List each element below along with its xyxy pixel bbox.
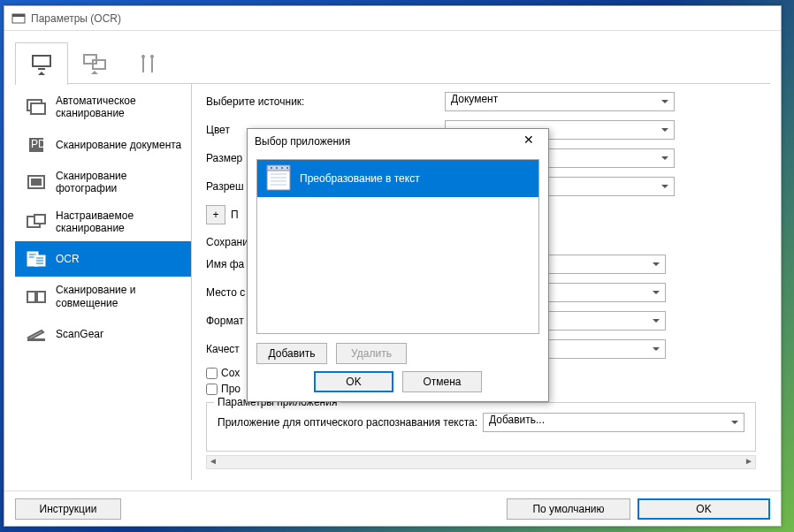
svg-point-33 bbox=[286, 167, 288, 169]
sidebar-item-label: Сканирование и совмещение bbox=[56, 284, 182, 309]
save-checkbox-label: Сох bbox=[221, 367, 240, 379]
select-app-dialog: Выбор приложения ✕ Преобразование в текс… bbox=[247, 128, 549, 402]
app-value: Добавить... bbox=[489, 414, 545, 426]
dialog-action-row: OK Отмена bbox=[248, 368, 548, 401]
delete-button[interactable]: Удалить bbox=[336, 343, 407, 364]
ocr-icon bbox=[24, 248, 49, 270]
sidebar-item-label: Сканирование документа bbox=[56, 139, 181, 151]
defaults-button[interactable]: По умолчанию bbox=[507, 498, 630, 520]
instructions-button[interactable]: Инструкции bbox=[15, 498, 121, 520]
sidebar-item-photo-scan[interactable]: Сканирование фотографии bbox=[15, 163, 191, 202]
svg-rect-11 bbox=[31, 103, 45, 114]
tab-scan-from-device[interactable] bbox=[68, 42, 121, 84]
svg-point-9 bbox=[150, 55, 154, 58]
svg-rect-1 bbox=[12, 14, 25, 17]
svg-rect-2 bbox=[33, 56, 50, 66]
tab-tools[interactable] bbox=[121, 42, 174, 84]
notepad-icon bbox=[263, 163, 294, 194]
sidebar-item-stitch[interactable]: Сканирование и совмещение bbox=[15, 277, 191, 316]
sidebar-item-label: Сканирование фотографии bbox=[56, 170, 182, 195]
tab-scan-from-pc[interactable] bbox=[15, 42, 68, 85]
ok-button[interactable]: OK bbox=[637, 498, 770, 520]
sidebar-item-custom-scan[interactable]: Настраиваемое сканирование bbox=[15, 202, 191, 242]
source-select[interactable]: Документ bbox=[445, 92, 675, 111]
svg-rect-15 bbox=[31, 179, 42, 186]
expand-button[interactable]: + bbox=[206, 205, 225, 224]
svg-rect-26 bbox=[37, 292, 45, 302]
top-tabs bbox=[15, 42, 770, 84]
app-list[interactable]: Преобразование в текст bbox=[256, 159, 539, 334]
horizontal-scrollbar[interactable] bbox=[206, 455, 756, 469]
sidebar-item-label: Настраиваемое сканирование bbox=[56, 209, 182, 235]
window-title: Параметры (OCR) bbox=[31, 12, 121, 25]
close-icon[interactable]: ✕ bbox=[516, 133, 541, 150]
stitch-icon bbox=[24, 286, 49, 308]
bottom-bar: Инструкции По умолчанию OK bbox=[4, 490, 781, 526]
app-list-item[interactable]: Преобразование в текст bbox=[257, 160, 538, 197]
app-list-item-label: Преобразование в текст bbox=[300, 172, 420, 185]
source-value: Документ bbox=[451, 93, 498, 105]
save-subfolder-checkbox[interactable] bbox=[206, 368, 218, 379]
dialog-cancel-button[interactable]: Отмена bbox=[402, 371, 482, 392]
check-prefix: Про bbox=[221, 383, 240, 395]
app-label: Приложение для оптического распознавания… bbox=[218, 416, 483, 429]
sidebar-item-auto-scan[interactable]: Автоматическое сканирование bbox=[15, 87, 191, 127]
dialog-edit-row: Добавить Удалить bbox=[248, 339, 548, 368]
svg-rect-28 bbox=[267, 169, 290, 190]
expand-label: П bbox=[231, 209, 239, 221]
dialog-title: Выбор приложения bbox=[255, 135, 350, 148]
sidebar: Автоматическое сканирование PDF Сканиров… bbox=[15, 84, 192, 480]
svg-text:PDF: PDF bbox=[31, 138, 47, 150]
source-label: Выберите источник: bbox=[206, 95, 445, 108]
dialog-ok-button[interactable]: OK bbox=[314, 371, 393, 392]
sidebar-item-scangear[interactable]: ScanGear bbox=[15, 316, 191, 352]
sidebar-item-document-scan[interactable]: PDF Сканирование документа bbox=[15, 127, 191, 163]
scangear-icon bbox=[24, 323, 49, 345]
dialog-titlebar[interactable]: Выбор приложения ✕ bbox=[248, 129, 548, 154]
svg-point-7 bbox=[141, 55, 145, 58]
photo-scan-icon bbox=[24, 171, 49, 193]
app-icon bbox=[11, 11, 26, 26]
sidebar-item-ocr[interactable]: OCR bbox=[15, 241, 191, 277]
document-scan-icon: PDF bbox=[24, 134, 49, 156]
app-select[interactable]: Добавить... bbox=[483, 413, 744, 432]
app-fieldset: Параметры приложения Приложение для опти… bbox=[206, 402, 756, 452]
svg-rect-3 bbox=[38, 68, 45, 70]
svg-rect-17 bbox=[34, 215, 45, 224]
svg-rect-25 bbox=[27, 292, 35, 302]
check-results-checkbox[interactable] bbox=[206, 384, 218, 395]
auto-scan-icon bbox=[24, 96, 49, 118]
svg-point-31 bbox=[276, 167, 278, 169]
titlebar[interactable]: Параметры (OCR) bbox=[4, 6, 781, 31]
svg-rect-27 bbox=[27, 338, 45, 341]
add-button[interactable]: Добавить bbox=[256, 343, 327, 364]
sidebar-item-label: ScanGear bbox=[56, 328, 103, 340]
custom-scan-icon bbox=[24, 211, 49, 232]
svg-point-32 bbox=[281, 167, 283, 169]
svg-point-30 bbox=[271, 167, 272, 169]
sidebar-item-label: Автоматическое сканирование bbox=[56, 95, 182, 120]
sidebar-item-label: OCR bbox=[56, 253, 80, 265]
